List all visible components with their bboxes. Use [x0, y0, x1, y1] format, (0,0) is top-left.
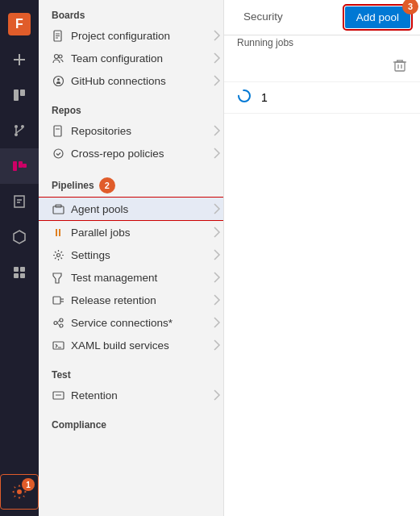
- pool-icon: [52, 202, 64, 215]
- svg-point-36: [60, 318, 63, 322]
- svg-point-23: [57, 78, 60, 81]
- gear-btn[interactable]: 1: [0, 474, 39, 510]
- svg-point-26: [54, 149, 63, 158]
- plus-btn[interactable]: [0, 42, 39, 77]
- chevron-right-icon-6: [210, 202, 223, 215]
- sidebar-item-parallel-jobs-label: Parallel jobs: [71, 227, 131, 239]
- main-content: Security Add pool 3 Running jobs: [224, 0, 420, 516]
- svg-point-22: [53, 76, 63, 85]
- chevron-right-icon-3: [210, 74, 223, 87]
- section-compliance: Compliance: [39, 410, 223, 437]
- svg-rect-43: [395, 62, 405, 71]
- sidebar-item-test-management[interactable]: Test management: [39, 266, 223, 289]
- logo-btn[interactable]: F: [0, 6, 39, 42]
- section-compliance-title: Compliance: [39, 419, 223, 434]
- section-repos: Repos Repositories Cross-repo policies: [39, 95, 223, 168]
- settings-icon: [52, 248, 64, 261]
- chevron-right-icon: [210, 29, 223, 42]
- chevron-right-icon-12: [210, 339, 223, 352]
- svg-rect-11: [23, 164, 27, 168]
- sidebar-item-settings-label: Settings: [71, 249, 110, 261]
- svg-rect-24: [54, 126, 61, 136]
- sidebar-item-service-connections[interactable]: Service connections*: [39, 311, 223, 334]
- sidebar-item-project-config[interactable]: Project configuration: [39, 24, 223, 47]
- sidebar-item-team-config-label: Team configuration: [71, 52, 163, 64]
- tab-security[interactable]: Security: [234, 4, 293, 31]
- team-icon: [52, 52, 64, 64]
- sidebar-item-cross-repo[interactable]: Cross-repo policies: [39, 142, 223, 164]
- repos-nav-btn[interactable]: [0, 113, 39, 148]
- retention-icon: [52, 389, 64, 402]
- pipelines-nav-btn[interactable]: [0, 148, 39, 184]
- sidebar-item-github[interactable]: GitHub connections: [39, 69, 223, 92]
- sidebar-item-github-label: GitHub connections: [71, 75, 166, 87]
- sidebar-item-retention-label: Retention: [71, 389, 118, 402]
- svg-rect-12: [14, 267, 19, 272]
- boards-nav-btn[interactable]: [0, 77, 39, 113]
- sidebar-item-settings[interactable]: Settings: [39, 243, 223, 266]
- testplans-icon: [11, 194, 27, 210]
- sidebar-item-release-retention-label: Release retention: [71, 294, 156, 306]
- section-test: Test Retention: [39, 360, 223, 410]
- table-row-2: 1: [224, 82, 420, 114]
- svg-rect-32: [53, 297, 60, 304]
- chevron-right-icon-2: [210, 52, 223, 64]
- section-repos-title: Repos: [39, 105, 223, 119]
- sidebar-item-agent-pools[interactable]: Agent pools: [39, 197, 223, 221]
- extensions-icon: [11, 264, 27, 281]
- section-test-title: Test: [39, 369, 223, 384]
- repo-icon: [52, 124, 64, 137]
- running-jobs-label: Running jobs: [224, 35, 420, 52]
- testplans-nav-btn[interactable]: [0, 184, 39, 219]
- section-boards-title: Boards: [39, 10, 223, 24]
- section-pipelines: Pipelines 2 Agent pools: [39, 168, 223, 360]
- icon-bar: F: [0, 0, 39, 516]
- boards-icon: [11, 87, 27, 103]
- sidebar-item-xaml[interactable]: XAML build services: [39, 334, 223, 356]
- svg-rect-3: [20, 89, 25, 96]
- svg-point-4: [15, 125, 18, 128]
- svg-rect-10: [19, 161, 23, 168]
- pipelines-icon: [11, 158, 27, 174]
- svg-point-6: [15, 133, 18, 136]
- sidebar-item-project-config-label: Project configuration: [71, 30, 170, 42]
- chevron-right-icon-11: [210, 316, 223, 329]
- artifacts-nav-btn[interactable]: [0, 219, 39, 255]
- sidebar-item-team-config[interactable]: Team configuration: [39, 47, 223, 69]
- main-table-area: 1: [224, 52, 420, 516]
- sidebar-item-xaml-label: XAML build services: [71, 339, 169, 352]
- service-icon: [52, 316, 64, 329]
- chevron-right-icon-8: [210, 248, 223, 261]
- sidebar-item-retention[interactable]: Retention: [39, 384, 223, 406]
- svg-point-20: [54, 54, 58, 58]
- section-pipelines-title: Pipelines 2: [39, 177, 223, 197]
- delete-icon[interactable]: [393, 58, 407, 75]
- spinner-icon: [237, 89, 252, 106]
- sidebar-item-parallel-jobs[interactable]: Parallel jobs: [39, 221, 223, 243]
- xaml-icon: [52, 339, 64, 352]
- chevron-right-icon-10: [210, 293, 223, 306]
- table-row-1: [224, 52, 420, 82]
- sidebar-item-release-retention[interactable]: Release retention: [39, 289, 223, 311]
- sidebar-item-repositories[interactable]: Repositories: [39, 119, 223, 142]
- sidebar-item-test-management-label: Test management: [71, 272, 157, 284]
- svg-line-38: [57, 320, 60, 323]
- svg-point-50: [239, 90, 250, 102]
- main-tabs: Security Add pool 3: [224, 0, 420, 35]
- svg-rect-2: [14, 89, 19, 101]
- release-icon: [52, 293, 64, 306]
- chevron-right-icon-4: [210, 124, 223, 137]
- repos-icon: [11, 123, 27, 139]
- policy-icon: [52, 147, 64, 160]
- running-count: 1: [261, 91, 268, 104]
- doc-icon: [52, 29, 64, 42]
- extensions-nav-btn[interactable]: [0, 255, 39, 290]
- sidebar-item-service-connections-label: Service connections*: [71, 317, 173, 329]
- parallel-icon: [52, 226, 64, 239]
- github-icon: [52, 74, 64, 87]
- icon-bar-bottom: 1: [0, 474, 39, 516]
- step-badge-2: 2: [99, 177, 115, 194]
- chevron-right-icon-9: [210, 271, 223, 284]
- sidebar-item-agent-pools-label: Agent pools: [71, 203, 128, 215]
- add-pool-button[interactable]: Add pool 3: [345, 6, 410, 28]
